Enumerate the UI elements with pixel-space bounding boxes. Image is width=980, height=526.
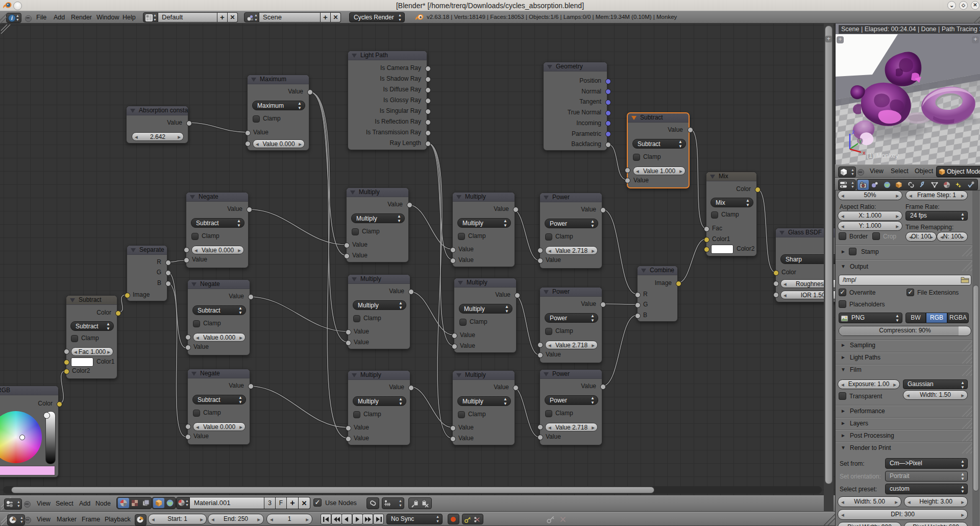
svg-text:x: x xyxy=(863,150,866,156)
svg-text:y: y xyxy=(859,137,862,144)
svg-text:z: z xyxy=(852,129,855,135)
